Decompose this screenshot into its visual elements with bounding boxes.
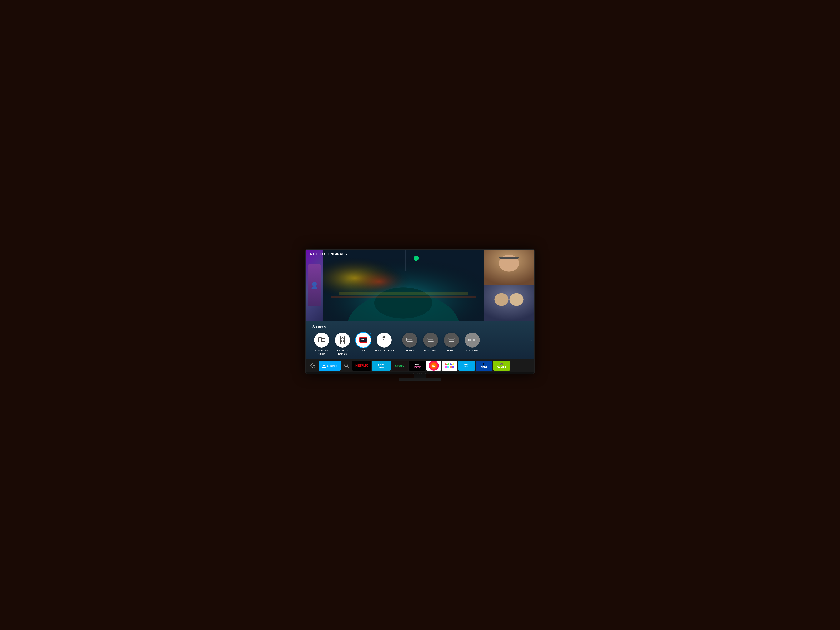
- universal-remote-label: UniversalRemote: [337, 349, 348, 355]
- tv-neck: [414, 374, 426, 378]
- netflix-label: NETFLIX: [355, 364, 368, 368]
- spotify-label: Spotify: [395, 364, 404, 367]
- source-connection-guide[interactable]: ConnectionGuide: [312, 333, 331, 355]
- source-hdmi2dvi[interactable]: HDMI 2/DVI: [421, 333, 440, 352]
- svg-point-5: [374, 287, 433, 319]
- itv-circle: itv: [429, 361, 439, 371]
- svg-rect-9: [331, 296, 476, 298]
- tv-label: TV: [362, 349, 365, 352]
- svg-rect-32: [383, 336, 385, 338]
- connection-guide-label: ConnectionGuide: [316, 349, 328, 355]
- tv-circle: ITV+ ✓: [356, 333, 371, 347]
- hdmi1-label: HDMI 1: [406, 349, 414, 352]
- scroll-indicator: ›: [531, 338, 532, 342]
- svg-point-23: [342, 337, 343, 339]
- flash-drive-app-sublabel: Driv...: [464, 366, 469, 368]
- apps-button[interactable]: ⊞ APPS: [476, 361, 493, 371]
- search-button[interactable]: [341, 361, 352, 371]
- svg-point-16: [494, 293, 508, 306]
- settings-button[interactable]: [308, 361, 318, 371]
- svg-rect-37: [407, 339, 412, 340]
- taskbar: Source NETFLIX: [306, 359, 534, 372]
- svg-rect-26: [341, 341, 342, 342]
- svg-point-17: [509, 293, 523, 306]
- connection-guide-circle: [314, 333, 329, 347]
- tv-stand: [305, 374, 535, 381]
- flash-drive-duo-circle: [377, 333, 392, 347]
- sources-separator: [397, 336, 397, 352]
- itv-label: itv: [432, 364, 435, 367]
- source-hdmi3[interactable]: HDMI 3: [442, 333, 461, 352]
- svg-rect-15: [484, 286, 534, 321]
- app-tiles-container: NETFLIX prime video Spotify BBC iPlaye: [352, 361, 532, 371]
- svg-point-6: [414, 256, 419, 261]
- svg-rect-34: [385, 339, 385, 340]
- svg-marker-36: [407, 341, 413, 342]
- colorful-dots: [445, 363, 455, 368]
- svg-rect-31: [382, 337, 386, 343]
- thumbnail-left: 👤: [306, 250, 323, 321]
- svg-rect-7: [405, 250, 406, 271]
- prime-label: prime: [378, 363, 384, 366]
- cable-box-label: Cable Box: [466, 349, 478, 352]
- apps-icon: ⊞: [483, 362, 485, 366]
- main-thumbnail[interactable]: [323, 250, 484, 321]
- source-tv[interactable]: ITV+ ✓ TV: [354, 333, 373, 352]
- right-thumbnail-1[interactable]: [484, 250, 534, 285]
- source-button[interactable]: Source: [319, 361, 341, 371]
- iplayer-label: iPlayer: [414, 366, 421, 368]
- svg-rect-33: [383, 339, 384, 340]
- svg-text:ITV+: ITV+: [361, 339, 365, 341]
- flash-drive-app-label: Flash: [464, 363, 469, 366]
- flash-drive-app[interactable]: Flash Driv...: [458, 361, 475, 371]
- bbc-iplayer-app[interactable]: BBC iPlayer: [409, 361, 426, 371]
- right-thumbnail-2[interactable]: [484, 286, 534, 321]
- bbc-label: BBC: [415, 363, 420, 366]
- svg-marker-42: [448, 341, 455, 342]
- svg-rect-45: [469, 339, 472, 341]
- spotify-app[interactable]: Spotify: [392, 361, 408, 371]
- tv-brand-bar: SAMSUNG: [306, 372, 534, 374]
- selected-checkmark: ✓: [369, 332, 372, 335]
- source-hdmi1[interactable]: HDMI 1: [400, 333, 419, 352]
- mystery-app[interactable]: [442, 361, 458, 371]
- hdmi2dvi-label: HDMI 2/DVI: [424, 349, 437, 352]
- svg-rect-19: [322, 338, 325, 342]
- svg-marker-39: [428, 341, 434, 342]
- svg-line-50: [347, 366, 348, 368]
- svg-rect-40: [428, 339, 433, 340]
- svg-point-47: [312, 365, 313, 366]
- hdmi2dvi-circle: [423, 333, 438, 347]
- svg-rect-24: [341, 340, 342, 341]
- person-silhouette: 👤: [308, 264, 321, 306]
- tv-foot: [399, 378, 441, 381]
- prime-video-app[interactable]: prime video: [372, 361, 391, 371]
- apps-label: APPS: [481, 366, 488, 369]
- sources-bar: Sources Conne: [306, 321, 534, 359]
- games-button[interactable]: 🎮 GAMES: [493, 361, 510, 371]
- hdmi3-label: HDMI 3: [447, 349, 456, 352]
- games-label: GAMES: [497, 366, 506, 369]
- flash-drive-duo-label: Flash Drive DUO: [375, 349, 394, 352]
- source-flash-drive-duo[interactable]: Flash Drive DUO: [375, 333, 394, 352]
- svg-rect-13: [499, 257, 519, 259]
- netflix-app[interactable]: NETFLIX: [352, 361, 371, 371]
- source-button-label: Source: [327, 364, 337, 368]
- content-area: NETFLIX ORIGINALS 👤: [306, 250, 534, 321]
- svg-rect-43: [449, 339, 454, 340]
- svg-rect-8: [339, 292, 468, 295]
- itv-app[interactable]: itv: [426, 361, 441, 371]
- source-cable-box[interactable]: Cable Box: [463, 333, 482, 352]
- cable-box-circle: [465, 333, 480, 347]
- thumbnail-person-small: 👤: [308, 264, 321, 306]
- svg-point-21: [320, 342, 321, 343]
- right-thumbnails: [484, 250, 534, 321]
- netflix-originals-label: NETFLIX ORIGINALS: [310, 252, 347, 256]
- sources-icons-container: ConnectionGuide: [312, 333, 528, 355]
- svg-rect-25: [343, 340, 344, 341]
- sources-title: Sources: [312, 325, 528, 329]
- universal-remote-circle: [335, 333, 350, 347]
- source-universal-remote[interactable]: UniversalRemote: [333, 333, 352, 355]
- svg-rect-18: [318, 338, 322, 342]
- hdmi3-circle: [444, 333, 459, 347]
